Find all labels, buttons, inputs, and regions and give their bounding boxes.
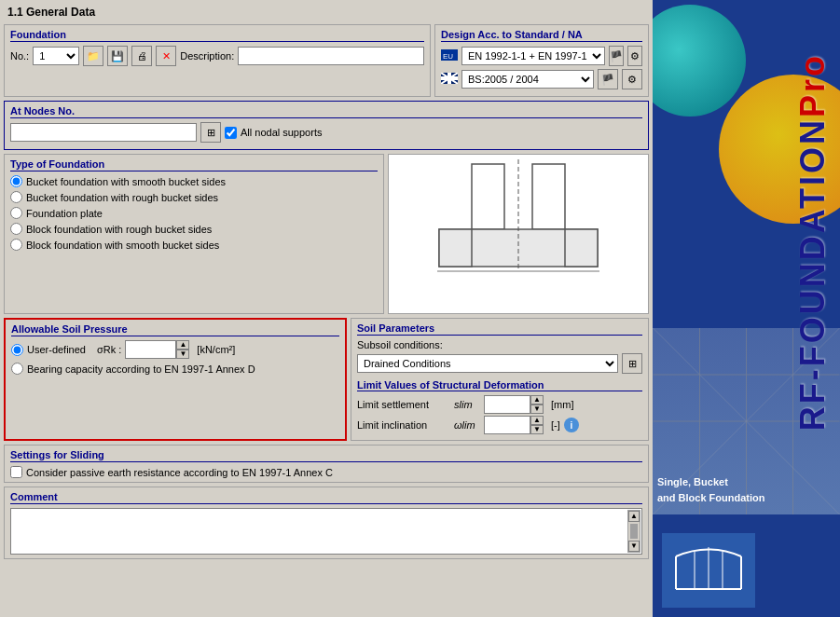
inclination-input-group[interactable]: ▲ ▼	[484, 416, 544, 434]
inclination-symbol: ωlim	[454, 419, 480, 431]
settings-title: Settings for Sliding	[10, 449, 642, 462]
radio-option-1[interactable]: Bucket foundation with rough bucket side…	[10, 191, 378, 203]
sigma-down[interactable]: ▼	[176, 350, 189, 359]
uk-flag-icon	[441, 73, 458, 84]
folder-btn[interactable]: 📁	[83, 46, 103, 66]
svg-rect-6	[448, 73, 451, 84]
circle-teal	[653, 5, 746, 117]
nodal-label: All nodal supports	[241, 127, 322, 138]
brand-logo	[662, 533, 755, 608]
svg-rect-11	[565, 229, 598, 267]
settlement-spinner[interactable]: ▲ ▼	[530, 395, 544, 414]
radio-label-1: Bucket foundation with rough bucket side…	[26, 192, 218, 203]
scroll-up[interactable]: ▲	[628, 511, 640, 522]
settings-checkbox[interactable]	[10, 466, 22, 478]
design-section: Design Acc. to Standard / NA EU EN 1992-…	[434, 24, 649, 97]
brand-description: Single, Bucket and Block Foundation	[657, 474, 765, 505]
no-label: No.:	[10, 50, 29, 62]
settlement-input-group[interactable]: ▲ ▼	[484, 395, 544, 414]
inclination-label: Limit inclination	[357, 419, 450, 431]
nodes-section: At Nodes No. 1 ⊞ All nodal supports	[4, 101, 649, 150]
sigma-unit: [kN/cm²]	[197, 344, 235, 355]
settlement-label: Limit settlement	[357, 399, 450, 410]
settlement-input[interactable]	[484, 395, 530, 414]
design-title: Design Acc. to Standard / NA	[441, 29, 642, 42]
description-label: Description:	[180, 50, 234, 62]
inclination-input[interactable]	[484, 416, 530, 434]
no-select[interactable]: 1	[33, 47, 79, 65]
comment-textarea[interactable]	[10, 508, 642, 555]
nodal-checkbox-row[interactable]: All nodal supports	[225, 127, 322, 139]
inclination-spinner[interactable]: ▲ ▼	[530, 416, 544, 434]
settlement-symbol: slim	[454, 399, 480, 410]
page-title: 1.1 General Data	[4, 4, 649, 21]
nodes-search-btn[interactable]: ⊞	[200, 122, 221, 143]
settings-checkbox-label: Consider passive earth resistance accord…	[26, 467, 333, 478]
svg-text:EU: EU	[443, 52, 453, 61]
sigma-spinner[interactable]: ▲ ▼	[176, 340, 189, 359]
inclination-row: Limit inclination ωlim ▲ ▼ [-] i	[357, 416, 642, 434]
sigma-up[interactable]: ▲	[176, 340, 189, 350]
nodes-input[interactable]: 1	[10, 123, 197, 142]
eu-flag-icon: EU	[441, 49, 458, 61]
delete-btn[interactable]: ✕	[156, 46, 176, 66]
brand-name-container: RF-FOUNDATIONPro	[793, 19, 833, 466]
settings-checkbox-row[interactable]: Consider passive earth resistance accord…	[10, 466, 642, 478]
svg-rect-10	[439, 229, 472, 267]
allowable-title: Allowable Soil Pressure	[11, 323, 339, 336]
radio-option-0[interactable]: Bucket foundation with smooth bucket sid…	[10, 175, 378, 187]
foundation-section: Foundation No.: 1 📁 💾 🖨 ✕ Description:	[4, 24, 431, 97]
foundation-type-group: Bucket foundation with smooth bucket sid…	[10, 175, 378, 251]
brand-name: RF-FOUNDATIONPro	[793, 53, 833, 431]
settlement-down[interactable]: ▼	[530, 404, 544, 414]
settlement-up[interactable]: ▲	[530, 395, 544, 404]
settlement-unit: [mm]	[551, 399, 573, 410]
print-btn[interactable]: 🖨	[131, 46, 152, 66]
nodal-checkbox[interactable]	[225, 127, 237, 139]
save-btn[interactable]: 💾	[107, 46, 128, 66]
description-input[interactable]	[238, 47, 424, 65]
inclination-down[interactable]: ▼	[530, 425, 544, 434]
radio-label-3: Block foundation with rough bucket sides	[26, 224, 212, 235]
comment-scrollbar[interactable]: ▲ ▼	[627, 510, 640, 553]
allowable-radio-1[interactable]: User-defined σRk : 0.02 ▲ ▼ [kN/cm²]	[11, 340, 339, 359]
radio-option-4[interactable]: Block foundation with smooth bucket side…	[10, 239, 378, 251]
svg-rect-8	[532, 164, 565, 229]
allowable-label-2: Bearing capacity according to EN 1997-1 …	[27, 363, 255, 375]
inclination-unit: [-]	[551, 419, 560, 431]
settings-section: Settings for Sliding Consider passive ea…	[4, 445, 649, 483]
standard2-select[interactable]: BS:2005 / 2004	[461, 70, 594, 89]
standard1-select[interactable]: EN 1992-1-1 + EN 1997-1	[461, 47, 605, 65]
sigma-input[interactable]: 0.02	[125, 340, 176, 359]
logo-svg	[667, 538, 750, 603]
flag-btn1[interactable]: 🏴	[609, 46, 624, 66]
allowable-radio-2[interactable]: Bearing capacity according to EN 1997-1 …	[11, 363, 339, 375]
soil-title: Soil Parameters	[357, 322, 642, 336]
sigma-input-group[interactable]: 0.02 ▲ ▼	[125, 340, 189, 359]
foundation-svg	[411, 155, 626, 313]
foundation-type-title: Type of Foundation	[10, 158, 378, 171]
limit-values-section: Limit Values of Structural Deformation L…	[357, 379, 642, 434]
flag-btn2[interactable]: 🏴	[598, 69, 618, 89]
allowable-section: Allowable Soil Pressure User-defined σRk…	[4, 318, 347, 441]
limit-title: Limit Values of Structural Deformation	[357, 379, 642, 391]
inclination-up[interactable]: ▲	[530, 416, 544, 425]
foundation-image	[388, 154, 649, 314]
comment-title: Comment	[10, 491, 642, 504]
settings-btn2[interactable]: ⚙	[622, 69, 642, 89]
right-panel: RF-FOUNDATIONPro Single, Bucket and Bloc…	[653, 0, 840, 617]
subsoil-info-btn[interactable]: ⊞	[622, 353, 642, 374]
foundation-type-section: Type of Foundation Bucket foundation wit…	[4, 154, 384, 314]
soil-section: Soil Parameters Subsoil conditions: Drai…	[351, 318, 649, 441]
scroll-down[interactable]: ▼	[628, 541, 640, 552]
inclination-info-btn[interactable]: i	[564, 418, 579, 432]
radio-option-2[interactable]: Foundation plate	[10, 207, 378, 219]
nodes-title: At Nodes No.	[10, 105, 642, 118]
foundation-title: Foundation	[10, 29, 424, 42]
subsoil-select[interactable]: Drained Conditions	[357, 354, 618, 373]
radio-option-3[interactable]: Block foundation with rough bucket sides	[10, 223, 378, 235]
radio-label-4: Block foundation with smooth bucket side…	[26, 240, 219, 251]
brand-suffix: Pro	[793, 53, 832, 117]
radio-label-0: Bucket foundation with smooth bucket sid…	[26, 176, 226, 187]
settings-btn1[interactable]: ⚙	[627, 46, 642, 66]
